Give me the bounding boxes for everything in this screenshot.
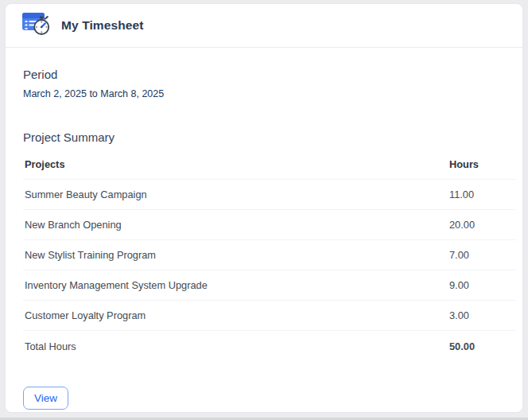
total-label: Total Hours <box>23 331 448 363</box>
period-heading: Period <box>23 68 505 81</box>
table-row: Inventory Management System Upgrade 9.00 <box>23 270 516 301</box>
summary-heading: Project Summary <box>23 130 505 144</box>
section-period: Period March 2, 2025 to March 8, 2025 <box>23 68 505 99</box>
view-button[interactable]: View <box>23 387 68 410</box>
table-header-row: Projects Hours <box>23 150 516 180</box>
total-hours-value: 50.00 <box>448 331 516 363</box>
project-cell: Customer Loyalty Program <box>23 301 448 331</box>
table-row: Summer Beauty Campaign 11.00 <box>23 180 516 210</box>
table-row: New Stylist Training Program 7.00 <box>23 240 516 270</box>
project-cell: Inventory Management System Upgrade <box>23 270 448 301</box>
hours-cell: 20.00 <box>448 210 516 240</box>
hours-cell: 7.00 <box>448 240 516 270</box>
period-range: March 2, 2025 to March 8, 2025 <box>23 88 505 99</box>
section-project-summary: Project Summary Projects Hours Summer Be… <box>23 130 505 362</box>
timesheet-card: My Timesheet Period March 2, 2025 to Mar… <box>5 3 523 413</box>
timesheet-icon <box>21 10 53 41</box>
summary-table: Projects Hours Summer Beauty Campaign 11… <box>23 150 516 362</box>
table-row: Customer Loyalty Program 3.00 <box>23 301 516 331</box>
card-header: My Timesheet <box>6 4 522 48</box>
total-row: Total Hours 50.00 <box>23 331 516 363</box>
project-cell: New Stylist Training Program <box>23 240 448 270</box>
hours-cell: 9.00 <box>448 270 516 301</box>
table-row: New Branch Opening 20.00 <box>23 210 516 240</box>
column-header-projects: Projects <box>23 150 448 180</box>
card-body: Period March 2, 2025 to March 8, 2025 Pr… <box>6 48 522 410</box>
project-cell: Summer Beauty Campaign <box>23 180 448 210</box>
project-cell: New Branch Opening <box>23 210 448 240</box>
hours-cell: 11.00 <box>448 180 516 210</box>
page-title: My Timesheet <box>61 18 143 33</box>
hours-cell: 3.00 <box>448 301 516 331</box>
column-header-hours: Hours <box>448 150 516 180</box>
